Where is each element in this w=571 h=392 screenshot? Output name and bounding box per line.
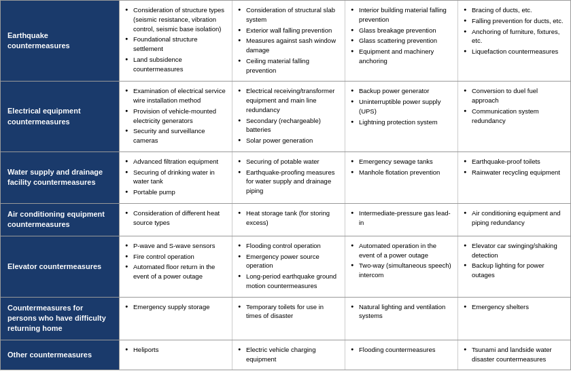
content-col: Emergency sewage tanksManhole flotation … <box>345 152 458 203</box>
list-item: Consideration of structural slab system <box>238 5 339 24</box>
list-item: Manhole flotation prevention <box>351 168 452 177</box>
content-col: Electrical receiving/transformer equipme… <box>232 82 345 152</box>
content-col: Backup power generatorUninterruptible po… <box>345 82 458 152</box>
content-col: Temporary toilets for use in times of di… <box>232 298 345 340</box>
list-item: Uninterruptible power supply (UPS) <box>351 97 452 116</box>
list-item: Backup power generator <box>351 86 452 96</box>
list-item: Backup lighting for power outages <box>464 261 565 280</box>
content-col: Automated operation in the event of a po… <box>345 236 458 297</box>
content-col: Natural lighting and ventilation systems <box>345 298 458 340</box>
list-item: Electric vehicle charging equipment <box>238 345 339 364</box>
content-col: Heat storage tank (for storing excess) <box>232 204 345 236</box>
list-item: Consideration of different heat source t… <box>125 209 226 228</box>
list-item: Measures against sash window damage <box>238 36 339 55</box>
content-area: HeliportsElectric vehicle charging equip… <box>120 340 570 370</box>
category-cell: Water supply and drainage facility count… <box>1 152 120 203</box>
category-cell: Countermeasures for persons who have dif… <box>1 298 120 340</box>
content-col: Flooding control operationEmergency powe… <box>232 236 345 297</box>
list-item: Securing of drinking water in water tank <box>125 168 226 187</box>
content-col: Examination of electrical service wire i… <box>120 82 232 152</box>
list-item: Anchoring of furniture, fixtures, etc. <box>464 27 565 46</box>
list-item: Glass scattering prevention <box>351 36 452 46</box>
table-row: Electrical equipment countermeasuresExam… <box>1 82 570 152</box>
list-item: Elevator car swinging/shaking detection <box>464 241 565 260</box>
content-col: Interior building material falling preve… <box>345 1 458 81</box>
list-item: Heat storage tank (for storing excess) <box>238 209 339 228</box>
content-area: P-wave and S-wave sensorsFire control op… <box>120 236 570 297</box>
list-item: Solar power generation <box>238 136 339 145</box>
list-item: Two-way (simultaneous speech) intercom <box>351 261 452 280</box>
list-item: Natural lighting and ventilation systems <box>351 302 452 321</box>
list-item: Automated floor return in the event of a… <box>125 262 226 281</box>
list-item: Provision of vehicle-mounted electricity… <box>125 107 226 126</box>
list-item: Conversion to duel fuel approach <box>464 86 565 105</box>
list-item: Emergency power source operation <box>238 252 339 271</box>
list-item: Secondary (rechargeable) batteries <box>238 116 339 135</box>
table-row: Earthquake countermeasuresConsideration … <box>1 1 570 82</box>
list-item: Bracing of ducts, etc. <box>464 5 565 15</box>
table-row: Other countermeasuresHeliportsElectric v… <box>1 340 570 370</box>
list-item: Glass breakage prevention <box>351 26 452 35</box>
list-item: Earthquake-proof toilets <box>464 157 565 166</box>
list-item: Emergency sewage tanks <box>351 157 452 166</box>
list-item: Consideration of structure types (seismi… <box>125 5 226 33</box>
list-item: Security and surveillance cameras <box>125 126 226 145</box>
list-item: Automated operation in the event of a po… <box>351 241 452 260</box>
list-item: Equipment and machinery anchoring <box>351 47 452 66</box>
list-item: Lightning protection system <box>351 118 452 127</box>
content-col: Tsunami and landside water disaster coun… <box>458 340 570 370</box>
content-col: Emergency shelters <box>458 298 570 340</box>
list-item: Emergency supply storage <box>125 302 226 312</box>
list-item: Securing of potable water <box>238 157 339 166</box>
list-item: Land subsidence countermeasures <box>125 55 226 74</box>
content-area: Advanced filtration equipmentSecuring of… <box>120 152 570 203</box>
content-col: Conversion to duel fuel approachCommunic… <box>458 82 570 152</box>
content-col: Emergency supply storage <box>120 298 232 340</box>
main-table: Earthquake countermeasuresConsideration … <box>0 0 571 370</box>
list-item: Temporary toilets for use in times of di… <box>238 302 339 321</box>
content-area: Consideration of structure types (seismi… <box>120 1 570 81</box>
list-item: Air conditioning equipment and piping re… <box>464 209 565 228</box>
list-item: Long-period earthquake ground motion cou… <box>238 272 339 291</box>
list-item: Earthquake-proofing measures for water s… <box>238 168 339 196</box>
list-item: Rainwater recycling equipment <box>464 168 565 177</box>
category-cell: Other countermeasures <box>1 340 120 370</box>
content-col: Earthquake-proof toiletsRainwater recycl… <box>458 152 570 203</box>
list-item: Ceiling material falling prevention <box>238 56 339 75</box>
list-item: Flooding control operation <box>238 241 339 251</box>
content-col: Securing of potable waterEarthquake-proo… <box>232 152 345 203</box>
table-row: Countermeasures for persons who have dif… <box>1 298 570 340</box>
category-cell: Elevator countermeasures <box>1 236 120 297</box>
list-item: Flooding countermeasures <box>351 345 452 355</box>
list-item: Intermediate-pressure gas lead-in <box>351 209 452 228</box>
list-item: Emergency shelters <box>464 302 565 312</box>
category-cell: Earthquake countermeasures <box>1 1 120 81</box>
list-item: Advanced filtration equipment <box>125 157 226 166</box>
list-item: Liquefaction countermeasures <box>464 47 565 56</box>
list-item: Electrical receiving/transformer equipme… <box>238 86 339 114</box>
content-col: Elevator car swinging/shaking detectionB… <box>458 236 570 297</box>
category-cell: Air conditioning equipment countermeasur… <box>1 204 120 236</box>
content-area: Examination of electrical service wire i… <box>120 82 570 152</box>
list-item: P-wave and S-wave sensors <box>125 241 226 251</box>
list-item: Falling prevention for ducts, etc. <box>464 16 565 26</box>
table-row: Air conditioning equipment countermeasur… <box>1 204 570 236</box>
table-row: Water supply and drainage facility count… <box>1 152 570 204</box>
list-item: Interior building material falling preve… <box>351 5 452 24</box>
category-cell: Electrical equipment countermeasures <box>1 82 120 152</box>
list-item: Examination of electrical service wire i… <box>125 86 226 105</box>
list-item: Exterior wall falling prevention <box>238 26 339 35</box>
content-area: Emergency supply storageTemporary toilet… <box>120 298 570 340</box>
content-col: Bracing of ducts, etc.Falling prevention… <box>458 1 570 81</box>
content-col: Intermediate-pressure gas lead-in <box>345 204 458 236</box>
list-item: Portable pump <box>125 188 226 197</box>
content-col: P-wave and S-wave sensorsFire control op… <box>120 236 232 297</box>
content-col: Consideration of structure types (seismi… <box>120 1 232 81</box>
content-col: Consideration of structural slab systemE… <box>232 1 345 81</box>
list-item: Fire control operation <box>125 252 226 262</box>
list-item: Communication system redundancy <box>464 107 565 126</box>
content-col: Flooding countermeasures <box>345 340 458 370</box>
list-item: Heliports <box>125 345 226 355</box>
list-item: Tsunami and landside water disaster coun… <box>464 345 565 364</box>
table-row: Elevator countermeasuresP-wave and S-wav… <box>1 236 570 298</box>
